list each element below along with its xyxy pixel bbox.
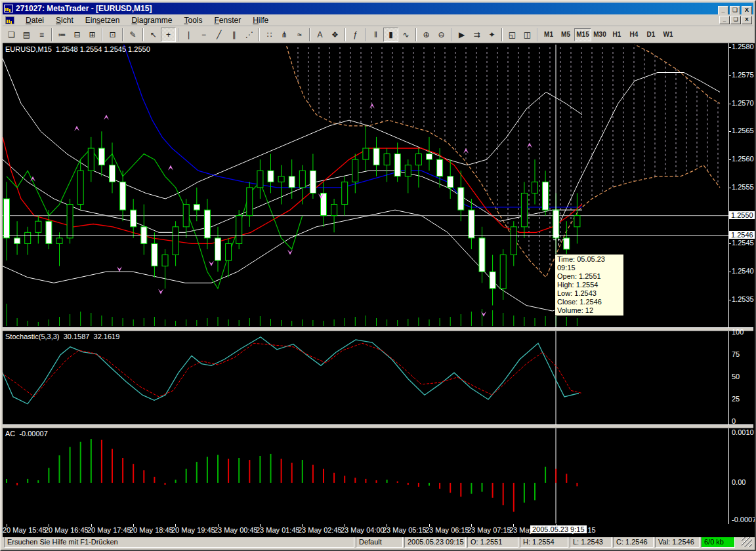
time-tick-label: 20 May 19:45 [171,526,215,534]
menu-datei[interactable]: Datei [20,14,50,26]
title-bar[interactable]: 271027: MetaTrader - [EURUSD,M15] _❏X [3,3,753,14]
timeframe-m5-button[interactable]: M5 [557,28,574,41]
stoch-tick-label: 25 [732,395,740,403]
cursor-button[interactable]: ↖ [146,28,161,42]
timeframe-h4-button[interactable]: H4 [625,28,642,41]
close-button[interactable]: X [742,6,752,15]
price-tick-label: 1.2575 [732,71,754,79]
tooltip-line: Open: 1.2551 [557,272,621,281]
price-tick [728,75,731,76]
stochastic-label: Stochastic(5,3,3) 30.1587 32.1619 [5,333,119,340]
toolbar-separator [309,28,310,41]
mdi-close-button[interactable]: X [742,16,752,24]
grid-button[interactable]: ∷ [262,28,277,42]
time-tick-label: 23 May 05:15 [383,526,427,534]
channel-button[interactable]: ∥ [226,28,242,42]
timeframe-w1-button[interactable]: W1 [660,28,677,41]
pane-splitter-1[interactable] [3,327,753,331]
crosshair-button[interactable]: + [161,28,176,42]
ac-tick-label: -0.0007 [732,516,756,523]
chart-shift-button[interactable]: ⇉ [469,28,484,42]
fibonacci-button[interactable]: ≈ [292,28,307,42]
pitchfork-button[interactable]: ⋔ [277,28,292,42]
arrow-objects-button[interactable]: ❖ [327,28,343,42]
new-order-button[interactable]: ✎ [125,28,140,42]
status-profile: Default [356,537,403,548]
text-label-button[interactable]: A [312,28,327,42]
price-tick-label: 1.2535 [732,295,754,303]
status-value: Val: 1.2546 [655,537,700,548]
menu-einsetzen[interactable]: Einsetzen [79,14,126,26]
price-tick-label: 1.2565 [732,127,754,134]
menu-sicht[interactable]: Sicht [50,14,79,26]
navigator-button[interactable]: ⊞ [85,28,100,42]
zoom-out-button[interactable]: ⊖ [434,28,449,42]
auto-scroll-button[interactable]: ▶ [454,28,469,42]
time-tick-label: 20 May 15:45 [3,526,47,534]
tile-windows-button[interactable]: ◫ [520,28,535,42]
time-axis[interactable]: 20 May 15:4520 May 16:4520 May 17:4520 M… [3,524,756,537]
zoom-in-button[interactable]: ⊕ [419,28,434,42]
toolbar-separator [451,28,452,41]
mdi-restore-button[interactable]: ❏ [730,16,741,24]
fibo-fan-button[interactable]: ⋰ [242,28,257,42]
stoch-tick-label: 0 [732,417,736,425]
time-tick-label: 23 May 01:45 [256,526,300,534]
menu-items: DateiSichtEinsetzenDiagrammeToolsFenster… [20,14,274,26]
toolbar-separator [142,28,144,41]
tooltip-line: Time: 05.05.23 09:15 [557,255,621,272]
ac-label: AC -0.00007 [5,430,48,438]
price-tick [728,131,731,132]
maximize-button[interactable]: ❏ [730,6,740,15]
pane-splitter-2[interactable] [3,424,753,428]
candle-mode-button[interactable]: ▮ [383,28,398,42]
new-window-button[interactable]: ◱ [505,28,520,42]
strategy-tester-button[interactable]: ✦ [484,28,499,42]
toolbar: ❏▤≡≔⊟⊞⊡✎↖+|−╱∥⋰∷⋔≈A❖ƒ‖▮∿⊕⊖▶⇉✦◱◫M1M5M15M3… [3,26,753,43]
timeframe-m15-button[interactable]: M15 [574,28,591,41]
data-window-button[interactable]: ⊟ [70,28,85,42]
menu-bar: DateiSichtEinsetzenDiagrammeToolsFenster… [3,14,753,26]
timeframe-h1-button[interactable]: H1 [608,28,625,41]
timeframe-m1-button[interactable]: M1 [540,28,557,41]
trendline-button[interactable]: ╱ [211,28,226,42]
crosshair-price-badge: 1.2546 [729,231,755,239]
price-axis[interactable] [728,43,756,537]
status-open-price: O: 1.2551 [467,537,518,548]
mdi-minimize-button[interactable]: _ [719,16,730,24]
stoch-tick-label: 100 [732,328,744,336]
horizontal-line-button[interactable]: − [196,28,211,42]
status-close-price: C: 1.2546 [613,537,654,548]
print-button[interactable]: ≡ [34,28,49,42]
minimize-button[interactable]: _ [718,6,728,15]
save-button[interactable]: ▤ [19,28,34,42]
timeframe-d1-button[interactable]: D1 [642,28,660,41]
market-watch-button[interactable]: ≔ [54,28,70,42]
toolbar-separator [365,28,366,41]
line-chart-mode-button[interactable]: ∿ [398,28,413,42]
price-tick-label: 1.2570 [732,99,754,107]
menu-fenster[interactable]: Fenster [208,14,247,26]
indicators-button[interactable]: ƒ [348,28,363,42]
tooltip-line: Volume: 12 [557,306,621,315]
toolbar-separator [102,28,103,41]
toolbar-separator [501,28,503,41]
status-high-price: H: 1.2554 [520,537,568,548]
resize-grip[interactable] [742,537,752,547]
toolbar-separator [51,28,52,41]
time-tick-label: 23 May 04:00 [341,526,385,534]
new-chart-file-button[interactable]: ❏ [4,28,19,42]
timeframe-m30-button[interactable]: M30 [591,28,608,41]
price-tick-label: 1.2545 [732,239,754,247]
time-tick-label: 23 May 02:45 [298,526,342,534]
status-low-price: L: 1.2543 [570,537,612,548]
price-tick [728,104,731,104]
menu-tools[interactable]: Tools [178,14,208,26]
metatrader-window: 271027: MetaTrader - [EURUSD,M15] _❏X Da… [0,0,756,551]
chart-properties-button[interactable]: ⊡ [105,28,120,42]
status-panels: Default2005.05.23 09:15O: 1.2551H: 1.255… [356,537,701,548]
menu-diagramme[interactable]: Diagramme [125,14,178,26]
vertical-line-button[interactable]: | [181,28,196,42]
menu-hilfe[interactable]: Hilfe [247,14,274,26]
bar-chart-mode-button[interactable]: ‖ [368,28,383,42]
